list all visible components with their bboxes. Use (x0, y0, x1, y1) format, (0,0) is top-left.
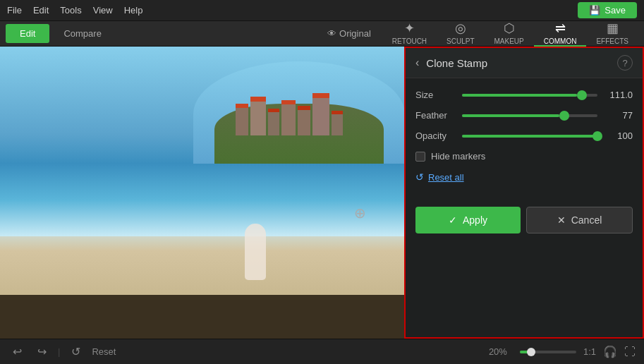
feather-value: 77 (604, 110, 633, 121)
opacity-slider-thumb[interactable] (593, 131, 602, 141)
save-button[interactable]: 💾 Save (578, 2, 637, 18)
makeup-tool[interactable]: ⬡ MAKEUP (485, 20, 534, 47)
panel-footer: ✓ Apply ✕ Cancel (406, 207, 643, 233)
retouch-tool[interactable]: ✦ RETOUCH (382, 20, 437, 47)
retouch-icon: ✦ (404, 20, 415, 36)
icon-toolbar: ✦ RETOUCH ◎ SCULPT ⬡ MAKEUP ⇌ COMMON ▦ E… (382, 20, 638, 47)
original-toggle[interactable]: 👁 Original (327, 28, 371, 39)
headphone-button[interactable]: 🎧 (603, 345, 617, 358)
opacity-slider-fill (462, 135, 597, 138)
panel-header: ‹ Clone Stamp ? (406, 48, 643, 78)
makeup-label: MAKEUP (494, 37, 524, 45)
tab-compare[interactable]: Compare (49, 24, 115, 43)
opacity-label: Opacity (415, 131, 455, 141)
effects-tool[interactable]: ▦ EFFECTS (586, 20, 638, 47)
checkmark-icon: ✓ (449, 214, 457, 226)
zoom-label: 20% (489, 346, 507, 357)
zoom-thumb[interactable] (527, 348, 535, 356)
status-bar: ↩ ↪ | ↺ Reset 20% 1:1 🎧 ⛶ (0, 339, 644, 364)
panel-help-button[interactable]: ? (617, 55, 633, 71)
sculpt-label: SCULPT (446, 37, 474, 45)
original-label: Original (339, 28, 371, 39)
panel-back-button[interactable]: ‹ (415, 56, 419, 69)
reset-button[interactable]: ↺ (67, 344, 85, 360)
size-slider[interactable] (462, 94, 597, 97)
effects-label: EFFECTS (596, 37, 628, 45)
size-label: Size (415, 90, 455, 100)
reset-all-row[interactable]: ↺ Reset all (415, 171, 633, 183)
zoom-slider[interactable] (520, 351, 576, 353)
common-label: COMMON (544, 37, 577, 45)
x-icon: ✕ (557, 214, 566, 226)
apply-button[interactable]: ✓ Apply (415, 207, 521, 233)
opacity-value: 100 (604, 131, 633, 141)
panel-title: Clone Stamp (426, 57, 617, 69)
save-icon: 💾 (589, 5, 600, 16)
common-tool[interactable]: ⇌ COMMON (534, 20, 587, 47)
size-slider-row: Size 111.0 (415, 90, 633, 100)
right-tools: 👁 Original ✦ RETOUCH ◎ SCULPT ⬡ MAKEUP ⇌… (327, 20, 638, 47)
fullscreen-button[interactable]: ⛶ (624, 346, 636, 358)
size-value: 111.0 (604, 90, 633, 100)
sculpt-tool[interactable]: ◎ SCULPT (437, 20, 484, 47)
hide-markers-row: Hide markers (415, 151, 633, 162)
size-slider-thumb[interactable] (577, 90, 587, 100)
feather-slider-thumb[interactable] (559, 111, 569, 121)
cancel-button[interactable]: ✕ Cancel (526, 207, 633, 233)
menu-help[interactable]: Help (124, 5, 143, 16)
opacity-slider-row: Opacity 100 (415, 131, 633, 141)
menu-file[interactable]: File (7, 5, 22, 16)
menu-bar: File Edit Tools View Help 💾 Save (0, 0, 644, 21)
panel-body: Size 111.0 Feather 77 Opacity (406, 78, 643, 207)
hide-markers-label: Hide markers (431, 151, 485, 162)
opacity-slider[interactable] (462, 135, 597, 138)
redo-button[interactable]: ↪ (33, 344, 51, 360)
feather-slider-fill (462, 114, 559, 117)
reset-all-label[interactable]: Reset all (428, 172, 464, 183)
reset-label: Reset (92, 346, 116, 357)
retouch-label: RETOUCH (392, 37, 427, 45)
sculpt-icon: ◎ (455, 20, 466, 36)
zoom-track[interactable] (520, 351, 576, 353)
tabs-row: Edit Compare 👁 Original ✦ RETOUCH ◎ SCUL… (0, 21, 644, 47)
save-label: Save (604, 5, 626, 16)
hide-markers-checkbox[interactable] (415, 152, 425, 162)
clone-stamp-panel: ‹ Clone Stamp ? Size 111.0 Feather (404, 47, 644, 339)
makeup-icon: ⬡ (504, 20, 515, 36)
apply-label: Apply (463, 214, 487, 226)
tab-edit[interactable]: Edit (6, 24, 49, 43)
ratio-label: 1:1 (583, 346, 596, 357)
common-icon: ⇌ (555, 20, 566, 36)
feather-slider-row: Feather 77 (415, 110, 633, 121)
reset-icon: ↺ (415, 171, 424, 183)
divider: | (58, 346, 60, 357)
eye-icon: 👁 (327, 28, 336, 39)
undo-button[interactable]: ↩ (8, 344, 26, 360)
menu-edit[interactable]: Edit (33, 5, 49, 16)
menu-tools[interactable]: Tools (60, 5, 81, 16)
size-slider-fill (462, 94, 577, 97)
cancel-label: Cancel (571, 214, 602, 226)
menu-view[interactable]: View (93, 5, 113, 16)
effects-icon: ▦ (607, 20, 619, 36)
feather-slider[interactable] (462, 114, 597, 117)
feather-label: Feather (415, 110, 455, 121)
main-content: ⊕ ‹ Clone Stamp ? Size 111.0 Feather (0, 47, 644, 339)
